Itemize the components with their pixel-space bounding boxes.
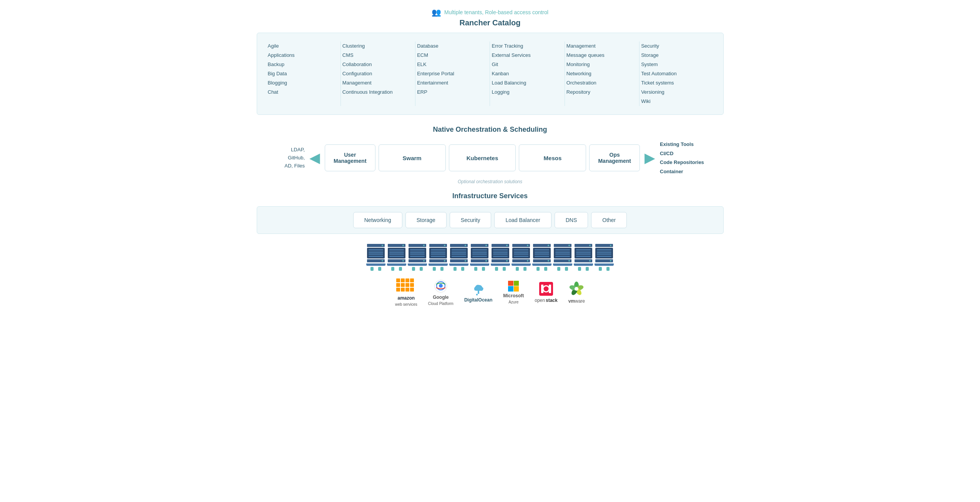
server-unit (429, 244, 448, 271)
svg-rect-4 (396, 283, 400, 287)
catalog-item: Wiki (641, 97, 708, 106)
orch-center: UserManagement Swarm Kubernetes Mesos Op… (325, 144, 640, 171)
catalog-item: ELK (417, 60, 484, 69)
amazon-logo-svg (396, 278, 416, 294)
svg-point-13 (439, 284, 443, 288)
catalog-item: Repository (566, 88, 634, 97)
top-header: 👥 Multiple tenants, Role-based access co… (257, 8, 724, 27)
catalog-item: Database (417, 41, 484, 51)
catalog-item: Versioning (641, 88, 708, 97)
catalog-item: Chat (268, 88, 335, 97)
ops-management-box: OpsManagement (589, 144, 640, 171)
server-legs (370, 267, 381, 271)
tenants-row: 👥 Multiple tenants, Role-based access co… (257, 8, 724, 17)
left-inputs-label: LDAP,GitHub,AD, Files (266, 146, 305, 170)
catalog-item: Enterprise Portal (417, 69, 484, 78)
catalog-item: Entertainment (417, 78, 484, 88)
amazon-name: amazon (398, 295, 415, 301)
svg-rect-6 (405, 283, 409, 287)
amazon-sub: web services (395, 302, 417, 307)
catalog-divider (565, 41, 565, 106)
azure-q4 (514, 286, 519, 292)
infra-security: Security (450, 212, 492, 228)
do-logo (472, 282, 485, 296)
server-unit (449, 244, 468, 271)
mesos-box: Mesos (519, 144, 586, 171)
infrastructure-section: Infrastructure Services Networking Stora… (257, 192, 724, 234)
server-unit (408, 244, 427, 271)
server-unit (512, 244, 531, 271)
catalog-column-2: Clustering CMS Collaboration Configurati… (342, 41, 414, 106)
openstack-logo-svg (539, 282, 553, 296)
svg-rect-1 (401, 278, 405, 282)
provider-vmware: vmware (568, 281, 585, 304)
azure-q2 (514, 281, 519, 286)
vmware-name: vmware (568, 298, 585, 304)
catalog-divider (639, 41, 639, 106)
tenants-text: Multiple tenants, Role-based access cont… (444, 9, 548, 15)
google-sub: Cloud Platform (428, 302, 453, 306)
catalog-box: Agile Applications Backup Big Data Blogg… (257, 33, 724, 115)
catalog-item: Orchestration (566, 78, 634, 88)
infra-other: Other (591, 212, 627, 228)
right-tools-label: Existing ToolsCI/CDCode RepositoriesCont… (660, 140, 714, 176)
server-unit (553, 244, 572, 271)
svg-point-25 (575, 287, 578, 291)
provider-azure: Microsoft Azure (503, 281, 524, 304)
svg-rect-5 (401, 283, 405, 287)
vmware-logo-svg (568, 281, 585, 297)
catalog-divider (490, 41, 490, 106)
server-unit (595, 244, 614, 271)
orchestration-wrapper: LDAP,GitHub,AD, Files ◀ UserManagement S… (257, 140, 724, 176)
google-name: Google (433, 295, 448, 300)
infra-dns: DNS (555, 212, 588, 228)
azure-q1 (508, 281, 513, 286)
tenants-icon: 👥 (432, 8, 441, 17)
catalog-item: Applications (268, 51, 335, 60)
arrow-right-icon: ▶ (644, 151, 655, 165)
svg-rect-2 (405, 278, 409, 282)
provider-amazon: amazon web services (395, 278, 417, 307)
server-lines (367, 248, 385, 258)
infrastructure-title: Infrastructure Services (257, 192, 724, 200)
orchestration-title: Native Orchestration & Scheduling (257, 126, 724, 134)
catalog-column-6: Security Storage System Test Automation … (641, 41, 712, 106)
server-unit (366, 244, 385, 271)
catalog-column-3: Database ECM ELK Enterprise Portal Enter… (417, 41, 488, 106)
catalog-item: Agile (268, 41, 335, 51)
azure-logo (508, 281, 519, 292)
catalog-item: CMS (342, 51, 410, 60)
swarm-box: Swarm (379, 144, 446, 171)
server-unit (470, 244, 489, 271)
azure-sub: Azure (508, 300, 518, 304)
rancher-catalog-title: Rancher Catalog (257, 18, 724, 27)
vmware-logo (568, 281, 585, 297)
svg-rect-17 (541, 285, 543, 293)
catalog-item: Logging (492, 88, 559, 97)
catalog-divider (341, 41, 341, 106)
azure-flag (508, 281, 519, 292)
svg-rect-18 (549, 285, 551, 293)
server-unit (574, 244, 593, 271)
server-unit (387, 244, 406, 271)
svg-rect-7 (410, 283, 414, 287)
svg-rect-10 (405, 288, 409, 292)
catalog-item: Security (641, 41, 708, 51)
infra-networking: Networking (353, 212, 402, 228)
user-management-box: UserManagement (325, 144, 375, 171)
catalog-item: Error Tracking (492, 41, 559, 51)
catalog-item: Git (492, 60, 559, 69)
server-unit (532, 244, 551, 271)
kubernetes-box: Kubernetes (449, 144, 516, 171)
provider-openstack: openstack (535, 282, 557, 303)
catalog-item: Networking (566, 69, 634, 78)
infrastructure-box: Networking Storage Security Load Balance… (257, 206, 724, 234)
google-logo (434, 279, 448, 293)
catalog-item: Blogging (268, 78, 335, 88)
svg-rect-8 (396, 288, 400, 292)
digitalocean-logo-svg (472, 282, 485, 296)
svg-rect-9 (401, 288, 405, 292)
provider-digitalocean: DigitalOcean (464, 282, 492, 303)
server-rack (367, 259, 385, 262)
google-logo-svg (434, 279, 448, 293)
